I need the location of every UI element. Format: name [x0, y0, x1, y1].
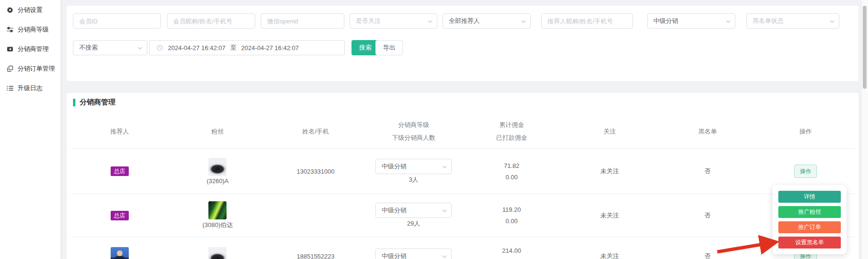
col-header-blacklist: 黑名单: [659, 114, 757, 148]
wechat-openid-input[interactable]: [261, 14, 344, 28]
chevron-down-icon: [442, 209, 447, 212]
name-phone-value: 18851552223: [267, 237, 365, 259]
search-mode-select[interactable]: 不搜索: [73, 40, 147, 55]
vertical-scrollbar-track: [861, 0, 868, 259]
table-row: 总店 (3080)伯达 中级分销 29人 119.20: [71, 194, 855, 237]
member-name-field-wrap: [167, 13, 255, 29]
list-icon: [7, 85, 13, 92]
sliders-icon: [7, 26, 13, 33]
red-annotation-arrow: [714, 234, 786, 257]
date-range-picker[interactable]: 2024-04-27 16:42:07 至 2024-04-27 16:42:0…: [149, 40, 345, 55]
commission-paid: 0.00: [506, 172, 517, 182]
sidebar-item-distributor-level[interactable]: 分销商等级: [0, 20, 61, 39]
chevron-down-icon: [726, 20, 731, 23]
sidebar-item-label: 分销商管理: [18, 45, 49, 53]
date-from-value: 2024-04-27 16:42:07: [168, 44, 226, 52]
sidebar-item-upgrade-log[interactable]: 升级日志: [0, 78, 61, 98]
referrer-badge: 总店: [111, 211, 129, 220]
blacklist-status-select[interactable]: 黑名单状态: [746, 13, 839, 29]
referrer-name-field-wrap: [541, 13, 633, 29]
member-id-field-wrap: [73, 13, 161, 29]
sub-distributor-count: 29人: [407, 219, 420, 228]
member-id-input[interactable]: [73, 14, 160, 28]
follow-status-select[interactable]: 是否关注: [350, 13, 437, 29]
chevron-down-icon: [442, 166, 447, 168]
sidebar-item-distribution-orders[interactable]: 分销订单管理: [0, 59, 61, 78]
menu-item-promote-fans[interactable]: 推广粉丝: [778, 206, 841, 218]
chevron-down-icon: [428, 20, 433, 23]
member-name-input[interactable]: [167, 14, 255, 28]
date-separator: 至: [230, 43, 237, 52]
menu-item-detail[interactable]: 详情: [778, 191, 841, 203]
follow-status: 未关注: [561, 237, 659, 259]
sidebar-item-label: 升级日志: [18, 84, 42, 93]
commission-paid: 0.00: [506, 257, 517, 259]
level-select-row[interactable]: 中级分销: [375, 203, 452, 218]
commission-paid: 0.00: [506, 216, 517, 226]
blacklist-flag: 否: [659, 194, 757, 237]
fans-name: (3080)伯达: [202, 221, 233, 229]
chevron-down-icon: [138, 47, 143, 50]
fans-avatar-art: [208, 201, 227, 219]
sidebar-item-distribution-settings[interactable]: 分销设置: [0, 0, 61, 20]
name-phone-value: [267, 194, 365, 237]
col-header-level: 分销商等级 下级分销商人数: [365, 114, 463, 148]
referrer-badge: 总店: [111, 166, 129, 176]
filter-panel: 是否关注 全部推荐人 中级分销 黑名单状态: [67, 6, 858, 81]
clock-icon: [156, 44, 163, 51]
openid-field-wrap: [261, 13, 344, 29]
table-header-row: 推荐人 粉丝 姓名/手机 分销商等级 下级分销商人数 累计佣金 已打款佣金 关注…: [71, 114, 855, 149]
sidebar-item-label: 分销订单管理: [18, 64, 55, 73]
referrer-avatar: [111, 247, 129, 259]
col-header-fans: 粉丝: [169, 114, 267, 148]
fans-avatar-car: [208, 247, 227, 259]
level-select-row[interactable]: 中级分销: [375, 249, 452, 259]
chevron-down-icon: [442, 255, 447, 258]
sidebar-item-label: 分销商等级: [18, 25, 49, 34]
menu-item-promote-orders[interactable]: 推广订单: [778, 221, 841, 233]
blacklist-flag: 否: [659, 149, 757, 194]
commission-total: 119.20: [502, 205, 521, 215]
row-action-button[interactable]: 操作: [794, 165, 817, 178]
col-header-action: 操作: [757, 114, 855, 148]
section-title: 分销商管理: [73, 98, 115, 107]
copy-icon: [7, 65, 13, 72]
follow-status: 未关注: [561, 149, 659, 194]
sidebar-item-distributor-management[interactable]: 分销商管理: [0, 39, 61, 59]
table-row: 总店 (3260)A 13023331000 中级分销 3人: [71, 149, 855, 194]
menu-item-set-blacklist[interactable]: 设置黑名单: [778, 237, 841, 249]
sub-distributor-count: 3人: [409, 176, 418, 184]
col-header-name-phone: 姓名/手机: [267, 114, 365, 148]
name-phone-value: 13023331000: [267, 149, 365, 194]
commission-total: 71.82: [504, 161, 519, 171]
referrer-name-input[interactable]: [542, 14, 632, 28]
level-select[interactable]: 中级分销: [647, 13, 735, 29]
sidebar: 分销设置 分销商等级 分销商管理 分销订单管理 升级日志: [0, 0, 61, 259]
date-to-value: 2024-04-27 16:42:07: [241, 44, 299, 52]
vertical-scrollbar-thumb[interactable]: [863, 6, 867, 89]
page-title: 分销商管理: [80, 98, 115, 107]
col-header-follow: 关注: [561, 114, 659, 148]
referrer-select[interactable]: 全部推荐人: [443, 13, 531, 29]
col-header-referrer: 推荐人: [71, 114, 169, 148]
export-button[interactable]: 导出: [375, 40, 403, 55]
chevron-down-icon: [521, 20, 526, 23]
title-accent-bar: [73, 99, 75, 106]
commission-total: 214.00: [502, 246, 521, 256]
sidebar-item-label: 分销设置: [18, 6, 42, 14]
fans-avatar-car: [208, 158, 227, 176]
video-icon: [7, 46, 13, 52]
follow-status: 未关注: [561, 194, 659, 237]
chevron-down-icon: [830, 20, 835, 23]
level-select-row[interactable]: 中级分销: [375, 159, 452, 174]
col-header-commission: 累计佣金 已打款佣金: [463, 114, 561, 148]
fans-name: (3260)A: [207, 177, 228, 185]
app-window: 分销设置 分销商等级 分销商管理 分销订单管理 升级日志: [0, 0, 868, 259]
gear-icon: [7, 7, 13, 13]
